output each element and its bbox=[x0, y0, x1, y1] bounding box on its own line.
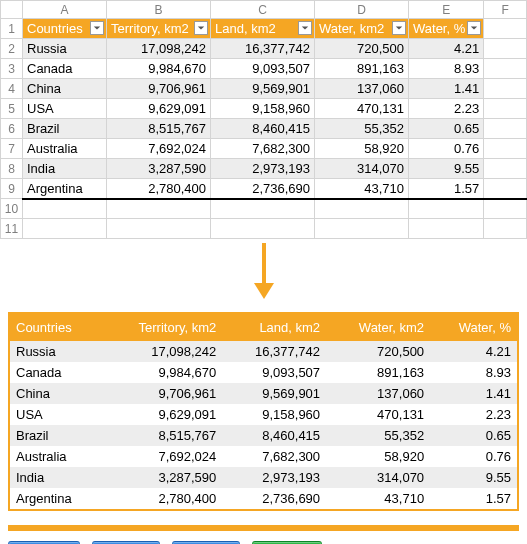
cell-territory[interactable]: 9,984,670 bbox=[107, 59, 211, 79]
cell-territory[interactable]: 9,629,091 bbox=[107, 99, 211, 119]
cell-pct[interactable]: 0.76 bbox=[409, 139, 484, 159]
row-num[interactable]: 6 bbox=[1, 119, 23, 139]
cell-pct[interactable]: 9.55 bbox=[409, 159, 484, 179]
cell-water[interactable]: 314,070 bbox=[315, 159, 409, 179]
cell-country[interactable]: China bbox=[23, 79, 107, 99]
cell-land[interactable]: 9,569,901 bbox=[211, 79, 315, 99]
cell-territory[interactable]: 3,287,590 bbox=[107, 159, 211, 179]
rc-territory: 2,780,400 bbox=[101, 488, 222, 510]
empty-row[interactable]: 11 bbox=[1, 219, 527, 239]
rc-territory: 9,706,961 bbox=[101, 383, 222, 404]
cell-pct[interactable]: 8.93 bbox=[409, 59, 484, 79]
cell-territory[interactable]: 2,780,400 bbox=[107, 179, 211, 199]
table-row[interactable]: 6Brazil8,515,7678,460,41555,3520.65 bbox=[1, 119, 527, 139]
table-row[interactable]: 2Russia17,098,24216,377,742720,5004.21 bbox=[1, 39, 527, 59]
hdr-pct[interactable]: Water, % bbox=[409, 19, 484, 39]
rc-water: 470,131 bbox=[326, 404, 430, 425]
cell-territory[interactable]: 7,692,024 bbox=[107, 139, 211, 159]
table-row[interactable]: 3Canada9,984,6709,093,507891,1638.93 bbox=[1, 59, 527, 79]
cell-land[interactable]: 16,377,742 bbox=[211, 39, 315, 59]
cell-land[interactable]: 2,736,690 bbox=[211, 179, 315, 199]
row-num[interactable]: 3 bbox=[1, 59, 23, 79]
table-row[interactable]: 8India3,287,5902,973,193314,0709.55 bbox=[1, 159, 527, 179]
table-row[interactable]: 5USA9,629,0919,158,960470,1312.23 bbox=[1, 99, 527, 119]
cell-country[interactable]: Russia bbox=[23, 39, 107, 59]
empty-row[interactable]: 10 bbox=[1, 199, 527, 219]
col-F[interactable]: F bbox=[484, 1, 527, 19]
rh-water: Water, km2 bbox=[326, 313, 430, 341]
report-row: Brazil8,515,7678,460,41555,3520.65 bbox=[9, 425, 518, 446]
table-row[interactable]: 9Argentina2,780,4002,736,69043,7101.57 bbox=[1, 179, 527, 199]
cell-pct[interactable]: 2.23 bbox=[409, 99, 484, 119]
cell-land[interactable]: 8,460,415 bbox=[211, 119, 315, 139]
col-B[interactable]: B bbox=[107, 1, 211, 19]
hdr-territory[interactable]: Territory, km2 bbox=[107, 19, 211, 39]
cell-water[interactable]: 55,352 bbox=[315, 119, 409, 139]
rc-water: 55,352 bbox=[326, 425, 430, 446]
cell-territory[interactable]: 8,515,767 bbox=[107, 119, 211, 139]
cell-pct[interactable]: 4.21 bbox=[409, 39, 484, 59]
row-num[interactable]: 4 bbox=[1, 79, 23, 99]
col-C[interactable]: C bbox=[211, 1, 315, 19]
rc-territory: 9,984,670 bbox=[101, 362, 222, 383]
rc-land: 2,973,193 bbox=[222, 467, 326, 488]
col-E[interactable]: E bbox=[409, 1, 484, 19]
row-num[interactable]: 5 bbox=[1, 99, 23, 119]
row-num[interactable]: 2 bbox=[1, 39, 23, 59]
hdr-text: Water, km2 bbox=[319, 21, 384, 36]
cell-pct[interactable]: 1.57 bbox=[409, 179, 484, 199]
rc-country: USA bbox=[9, 404, 101, 425]
cell-land[interactable]: 9,093,507 bbox=[211, 59, 315, 79]
filter-icon[interactable] bbox=[194, 21, 208, 35]
rc-pct: 2.23 bbox=[430, 404, 518, 425]
row-num[interactable]: 7 bbox=[1, 139, 23, 159]
divider-bar bbox=[8, 525, 519, 531]
filter-icon[interactable] bbox=[90, 21, 104, 35]
column-headers[interactable]: A B C D E F bbox=[1, 1, 527, 19]
report-row: USA9,629,0919,158,960470,1312.23 bbox=[9, 404, 518, 425]
hdr-water[interactable]: Water, km2 bbox=[315, 19, 409, 39]
filter-icon[interactable] bbox=[467, 21, 481, 35]
rc-territory: 17,098,242 bbox=[101, 341, 222, 362]
rc-country: Russia bbox=[9, 341, 101, 362]
rc-land: 7,682,300 bbox=[222, 446, 326, 467]
spreadsheet-grid[interactable]: A B C D E F 1 Countries Territory, km2 L… bbox=[0, 0, 527, 239]
cell-land[interactable]: 2,973,193 bbox=[211, 159, 315, 179]
cell-country[interactable]: Argentina bbox=[23, 179, 107, 199]
table-row[interactable]: 7Australia7,692,0247,682,30058,9200.76 bbox=[1, 139, 527, 159]
hdr-land[interactable]: Land, km2 bbox=[211, 19, 315, 39]
cell-land[interactable]: 7,682,300 bbox=[211, 139, 315, 159]
cell-water[interactable]: 58,920 bbox=[315, 139, 409, 159]
row-1[interactable]: 1 bbox=[1, 19, 23, 39]
table-row[interactable]: 4China9,706,9619,569,901137,0601.41 bbox=[1, 79, 527, 99]
rc-pct: 1.57 bbox=[430, 488, 518, 510]
hdr-countries[interactable]: Countries bbox=[23, 19, 107, 39]
filter-icon[interactable] bbox=[298, 21, 312, 35]
cell-territory[interactable]: 9,706,961 bbox=[107, 79, 211, 99]
cell-land[interactable]: 9,158,960 bbox=[211, 99, 315, 119]
col-D[interactable]: D bbox=[315, 1, 409, 19]
rc-country: Argentina bbox=[9, 488, 101, 510]
col-A[interactable]: A bbox=[23, 1, 107, 19]
rc-water: 314,070 bbox=[326, 467, 430, 488]
cell-country[interactable]: Brazil bbox=[23, 119, 107, 139]
row-num[interactable]: 8 bbox=[1, 159, 23, 179]
rc-land: 16,377,742 bbox=[222, 341, 326, 362]
hdr-text: Territory, km2 bbox=[111, 21, 189, 36]
cell-country[interactable]: USA bbox=[23, 99, 107, 119]
cell-water[interactable]: 891,163 bbox=[315, 59, 409, 79]
cell-country[interactable]: Canada bbox=[23, 59, 107, 79]
rc-land: 9,158,960 bbox=[222, 404, 326, 425]
cell-country[interactable]: India bbox=[23, 159, 107, 179]
cell-pct[interactable]: 1.41 bbox=[409, 79, 484, 99]
cell-pct[interactable]: 0.65 bbox=[409, 119, 484, 139]
filter-icon[interactable] bbox=[392, 21, 406, 35]
cell-water[interactable]: 470,131 bbox=[315, 99, 409, 119]
cell-water[interactable]: 43,710 bbox=[315, 179, 409, 199]
row-num[interactable]: 9 bbox=[1, 179, 23, 199]
cell-water[interactable]: 137,060 bbox=[315, 79, 409, 99]
cell-country[interactable]: Australia bbox=[23, 139, 107, 159]
cell-water[interactable]: 720,500 bbox=[315, 39, 409, 59]
cell-territory[interactable]: 17,098,242 bbox=[107, 39, 211, 59]
select-all[interactable] bbox=[1, 1, 23, 19]
